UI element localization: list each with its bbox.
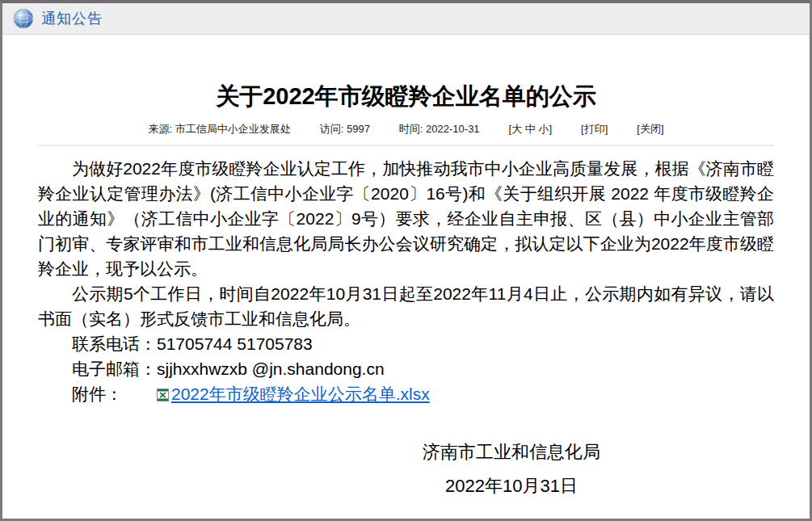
attachment-line: 附件：2022年市级瞪羚企业公示名单.xlsx: [38, 381, 774, 408]
excel-file-icon: [123, 383, 169, 408]
article-content: 关于2022年市级瞪羚企业名单的公示 来源: 市工信局中小企业发展处 访问: 5…: [2, 82, 810, 503]
section-header-bar: 通知公告: [2, 3, 810, 35]
meta-source: 来源: 市工信局中小企业发展处: [148, 122, 290, 137]
meta-time-label: 时间:: [399, 123, 426, 135]
meta-visits: 访问: 5997: [320, 122, 370, 137]
article-meta-row: 来源: 市工信局中小企业发展处 访问: 5997 时间: 2022-10-31 …: [38, 122, 774, 137]
email-line: 电子邮箱：sjjhxxhwzxb @jn.shandong.cn: [38, 356, 774, 381]
article-title: 关于2022年市级瞪羚企业名单的公示: [38, 82, 774, 111]
meta-time: 时间: 2022-10-31: [399, 122, 480, 137]
meta-visits-label: 访问:: [320, 123, 347, 135]
globe-icon: [13, 8, 34, 29]
font-size-controls[interactable]: [大 中 小]: [509, 122, 552, 137]
signature-block: 济南市工业和信息化局 2022年10月31日: [423, 435, 600, 503]
meta-source-label: 来源:: [148, 123, 175, 135]
phone-label: 联系电话：: [72, 334, 157, 353]
meta-source-value: 市工信局中小企业发展处: [175, 123, 291, 135]
phone-line: 联系电话：51705744 51705783: [38, 331, 774, 356]
email-label: 电子邮箱：: [72, 359, 157, 378]
paragraph-1: 为做好2022年度市级瞪羚企业认定工作，加快推动我市中小企业高质量发展，根据《济…: [38, 156, 774, 281]
article-body: 为做好2022年度市级瞪羚企业认定工作，加快推动我市中小企业高质量发展，根据《济…: [38, 156, 774, 503]
attachment-label: 附件：: [72, 384, 123, 403]
attachment-link[interactable]: 2022年市级瞪羚企业公示名单.xlsx: [171, 384, 430, 403]
email-value: sjjhxxhwzxb @jn.shandong.cn: [157, 359, 385, 378]
meta-visits-value: 5997: [347, 123, 370, 135]
close-button[interactable]: [关闭]: [637, 122, 663, 137]
print-button[interactable]: [打印]: [581, 122, 608, 137]
meta-divider: [38, 145, 774, 146]
phone-value: 51705744 51705783: [157, 334, 313, 353]
notice-page: 通知公告 关于2022年市级瞪羚企业名单的公示 来源: 市工信局中小企业发展处 …: [0, 0, 812, 521]
signature-date: 2022年10月31日: [423, 469, 600, 503]
section-title-notices[interactable]: 通知公告: [41, 9, 103, 28]
meta-time-value: 2022-10-31: [426, 123, 480, 135]
paragraph-2: 公示期5个工作日，时间自2022年10月31日起至2022年11月4日止，公示期…: [38, 281, 774, 331]
signature-org: 济南市工业和信息化局: [423, 435, 600, 469]
